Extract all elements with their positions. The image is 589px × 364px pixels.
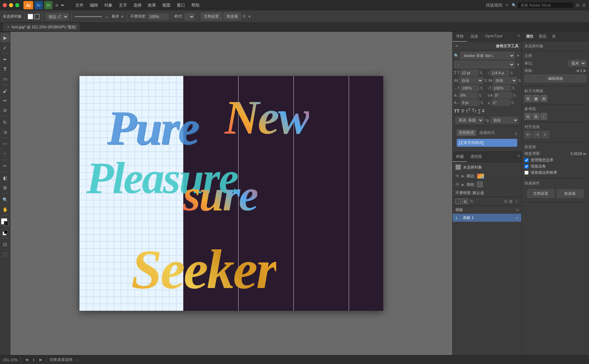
artboard-prev-btn[interactable]: ◀: [576, 68, 579, 73]
scale-v-spin[interactable]: ⇅: [512, 86, 515, 90]
eraser-tool[interactable]: ⊘: [1, 106, 10, 115]
char-panel-menu[interactable]: ≡: [516, 32, 521, 42]
leading-input[interactable]: [490, 70, 509, 76]
appear-icon2[interactable]: ⊞: [462, 199, 468, 204]
align-center-btn[interactable]: ⊣: [533, 131, 541, 138]
zoom-display[interactable]: 151.15%: [3, 358, 18, 362]
char-style-tab[interactable]: 字符样式: [457, 130, 476, 136]
color-swatch-area[interactable]: [1, 218, 9, 228]
opentype-tab[interactable]: OpenType: [482, 32, 506, 42]
spacing-spin[interactable]: ⇅: [480, 100, 483, 105]
fill-expand[interactable]: ▶: [462, 183, 464, 186]
page-prev-btn[interactable]: ◀: [23, 357, 30, 363]
canvas-area[interactable]: Pure New Pleasure sure Seeker: [10, 32, 452, 355]
direct-select-tool[interactable]: ↙: [1, 43, 10, 52]
scale-corners-checkbox[interactable]: [524, 164, 529, 169]
guide-icon3[interactable]: ↕: [540, 113, 547, 120]
scale-tool[interactable]: ⇲: [1, 127, 10, 136]
prop-tab-properties[interactable]: 属性: [523, 32, 536, 41]
leading-spin[interactable]: ⇅: [510, 71, 513, 75]
appear-menu-icon[interactable]: ≡: [516, 152, 521, 162]
scale-h-input[interactable]: [460, 85, 479, 91]
menu-select[interactable]: 选择: [131, 2, 144, 9]
stroke-color-swatch[interactable]: [477, 174, 484, 179]
superscript-btn[interactable]: TT: [466, 108, 470, 114]
guide-icon1[interactable]: ⊟: [524, 113, 531, 120]
guide-icon2[interactable]: ⊞: [532, 113, 539, 120]
fill-swatch[interactable]: [28, 14, 33, 19]
selection-tool[interactable]: ▶: [1, 33, 10, 42]
rotate-spin[interactable]: ⇅: [513, 93, 516, 98]
appearance-tab[interactable]: 外观: [453, 152, 467, 162]
align-right-btn[interactable]: ⊦: [542, 131, 549, 138]
menu-effect[interactable]: 效果: [145, 2, 159, 9]
menu-text[interactable]: 文字: [116, 2, 130, 9]
sharpness-select[interactable]: 锐化: [490, 117, 519, 124]
kerning-spin[interactable]: ⇅: [484, 78, 487, 83]
font-size-input[interactable]: [460, 70, 479, 76]
kerning-select[interactable]: 自动: [459, 77, 483, 84]
adobe-stock-input[interactable]: [518, 2, 573, 8]
pencil-tool[interactable]: ✏: [1, 96, 10, 105]
scissors-tool[interactable]: ✂: [1, 161, 10, 170]
appear-icon1[interactable]: [455, 199, 461, 204]
unit-select[interactable]: 毫米: [568, 60, 586, 67]
artboard-1-row[interactable]: 1 画板 1 ⤢: [453, 214, 521, 222]
font-name-select[interactable]: Adobe 宋体 Std L: [460, 52, 515, 59]
stroke-vis-btn[interactable]: 👁: [455, 174, 460, 179]
quick-doc-settings-btn[interactable]: 文档设置: [527, 189, 554, 198]
char-tab[interactable]: 字符: [453, 32, 467, 42]
para-style-tab[interactable]: 段落样式: [477, 130, 497, 136]
mesh-tool[interactable]: ⊞: [1, 183, 10, 192]
menu-window[interactable]: 窗口: [174, 2, 188, 9]
apps-menu-icon[interactable]: ≡: [55, 2, 58, 8]
layout-rules-label[interactable]: 排版规则: [486, 2, 502, 8]
document-tab[interactable]: ✕ font.jpg* @ 151.15% (RGB/GPU 预览): [3, 23, 80, 31]
appear-copy-icon[interactable]: ⧉: [504, 199, 508, 204]
font-style-select[interactable]: -: [454, 61, 515, 68]
align-left-btn[interactable]: ⊢: [524, 131, 532, 138]
brush-tool[interactable]: 🖌: [1, 86, 10, 95]
ruler-icon[interactable]: ⊞: [524, 95, 531, 102]
angle-input[interactable]: [491, 99, 510, 106]
normal-char-style[interactable]: [正常字符样式]: [457, 139, 517, 147]
rotate-input[interactable]: [493, 92, 512, 98]
underline-btn[interactable]: T: [478, 109, 480, 114]
page-next-btn[interactable]: ▶: [38, 357, 44, 363]
base-label[interactable]: 基本: [112, 14, 119, 19]
styles-menu-icon[interactable]: ≡: [515, 131, 517, 136]
menu-view[interactable]: 视图: [160, 2, 173, 9]
baseline-input[interactable]: [459, 92, 478, 98]
close-tab-btn[interactable]: ✕: [6, 25, 10, 29]
preview-bounds-checkbox[interactable]: [524, 158, 529, 162]
pen-tool[interactable]: ✒: [1, 55, 10, 64]
opacity-input[interactable]: [148, 13, 168, 20]
font-size-spin[interactable]: ⇅: [480, 71, 483, 75]
hand-tool[interactable]: ✋: [1, 205, 10, 214]
menu-file[interactable]: 文件: [73, 2, 86, 9]
bridge-icon[interactable]: Br: [35, 1, 43, 9]
artboard-next-btn[interactable]: ▶: [583, 68, 586, 73]
baseline-spin[interactable]: ⇅: [479, 93, 482, 98]
tracking-spin[interactable]: ⇅: [518, 78, 521, 83]
para-tab[interactable]: 段落: [467, 32, 482, 42]
blend-tool[interactable]: ⁘: [1, 149, 10, 158]
fill-color-swatch[interactable]: [477, 182, 483, 187]
stroke-expand[interactable]: ▶: [462, 174, 464, 178]
fill-vis-btn[interactable]: 👁: [455, 182, 460, 187]
maximize-window-btn[interactable]: [15, 3, 19, 7]
scale-stroke-checkbox[interactable]: [524, 171, 529, 175]
edit-artboard-btn[interactable]: 编辑画板: [524, 75, 586, 83]
quick-preferences-btn[interactable]: 首选项: [557, 189, 584, 198]
grid-sub-icon[interactable]: ⊠: [540, 95, 547, 102]
stock-icon[interactable]: St: [44, 1, 52, 9]
drawing-mode-btn[interactable]: ⊡: [1, 240, 10, 249]
artwork-canvas[interactable]: Pure New Pleasure sure Seeker: [79, 76, 383, 311]
scale-h-spin[interactable]: ⇅: [480, 86, 483, 90]
artboard-menu-icon[interactable]: ≡: [516, 208, 519, 212]
italic-btn[interactable]: Tr: [461, 109, 464, 114]
arrange-btn[interactable]: 排: [242, 14, 246, 19]
prop-tab-layers[interactable]: 图层: [536, 32, 549, 41]
text-tool[interactable]: T: [1, 65, 10, 74]
shape-tool[interactable]: ▭: [1, 74, 10, 83]
